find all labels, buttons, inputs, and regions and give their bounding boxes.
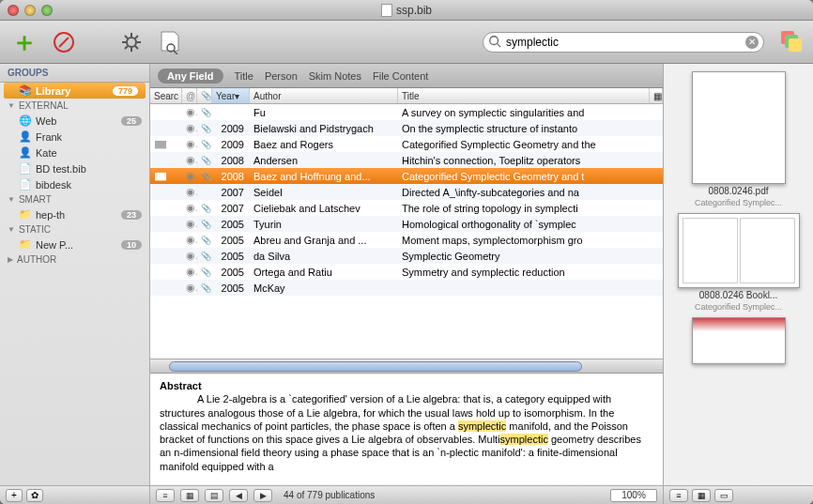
col-at[interactable]: @: [182, 88, 197, 103]
sidebar-item-hep-th[interactable]: 📁hep-th23: [0, 206, 149, 222]
scope-skim-notes[interactable]: Skim Notes: [309, 70, 361, 82]
title-cell: Homological orthogonality of `symplec: [398, 219, 663, 230]
table-row[interactable]: ▮▮▮◉📎2009Baez and RogersCategorified Sym…: [150, 136, 663, 152]
horizontal-scrollbar[interactable]: [150, 359, 663, 373]
type-cell: ◉: [182, 186, 197, 198]
search-scope-bar: Any FieldTitlePersonSkim NotesFile Conte…: [150, 64, 663, 88]
thumb-subtitle: Categorified Symplec...: [678, 302, 800, 312]
sidebar-item-label: bibdesk: [36, 179, 71, 191]
thumbnail[interactable]: [671, 317, 805, 364]
year-cell: 2009: [212, 123, 250, 134]
col-menu[interactable]: ▦: [650, 88, 663, 103]
view-list-button[interactable]: ≡: [156, 489, 175, 502]
preview-list-button[interactable]: ≡: [669, 489, 688, 502]
sidebar-item-label: hep-th: [36, 209, 65, 221]
attachment-cell: 📎: [197, 220, 212, 229]
year-cell: 2005: [212, 283, 250, 294]
table-row[interactable]: ▮▮▮◉📎2008Baez and Hoffnung and...Categor…: [150, 168, 663, 184]
attachment-cell: 📎: [197, 172, 212, 181]
view-grid-button[interactable]: ▦: [180, 489, 199, 502]
table-row[interactable]: ◉📎2007Cieliebak and LatschevThe role of …: [150, 200, 663, 216]
svg-line-5: [125, 36, 128, 38]
clear-search-button[interactable]: ✕: [745, 36, 759, 49]
sidebar-category-external[interactable]: ▼EXTERNAL: [0, 99, 149, 113]
author-cell: Tyurin: [250, 219, 398, 230]
title-cell: Symmetry and symplectic reduction: [398, 267, 663, 278]
svg-line-10: [174, 51, 177, 54]
title-cell: Hitchin's connection, Toeplitz operators: [398, 155, 663, 166]
disclosure-icon: ▼: [8, 101, 15, 110]
sidebar-item-web[interactable]: 🌐Web25: [0, 113, 149, 129]
nudge-left-button[interactable]: ◀: [229, 489, 248, 502]
scope-title[interactable]: Title: [235, 70, 253, 82]
search-input[interactable]: [483, 32, 764, 53]
table-row[interactable]: ◉2007SeidelDirected A_\infty-subcategori…: [150, 184, 663, 200]
preview-grid-button[interactable]: ▦: [692, 489, 711, 502]
titlebar[interactable]: ssp.bib: [0, 0, 813, 21]
type-cell: ◉: [182, 138, 197, 150]
year-cell: 2005: [212, 235, 250, 246]
sidebar-category-smart[interactable]: ▼SMART: [0, 192, 149, 206]
preview-cover-button[interactable]: ▭: [714, 489, 733, 502]
table-row[interactable]: ◉📎2009Bielawski and PidstrygachOn the sy…: [150, 120, 663, 136]
close-window-button[interactable]: [8, 5, 19, 16]
minimize-window-button[interactable]: [24, 5, 36, 16]
sidebar-item-kate[interactable]: 👤Kate: [0, 145, 149, 160]
svg-line-7: [135, 36, 138, 38]
thumb-title: 0808.0246.pdf: [709, 186, 769, 196]
sidebar-add-button[interactable]: +: [6, 489, 23, 502]
col-search[interactable]: Searc: [150, 88, 182, 103]
sidebar-action-button[interactable]: ✿: [26, 489, 43, 502]
type-cell: ◉: [182, 202, 197, 214]
col-attachment[interactable]: 📎: [197, 88, 212, 103]
table-body[interactable]: ◉📎FuA survey on symplectic singularities…: [150, 104, 663, 359]
preview-button[interactable]: [156, 27, 186, 57]
sidebar-header: GROUPS: [0, 64, 149, 83]
table-row[interactable]: ◉📎2005McKay: [150, 280, 663, 296]
table-row[interactable]: ◉📎2005da SilvaSymplectic Geometry: [150, 248, 663, 264]
delete-button[interactable]: [49, 27, 79, 57]
table-row[interactable]: ◉📎2005Ortega and RatiuSymmetry and sympl…: [150, 264, 663, 280]
sidebar-item-bd-test-bib[interactable]: 📄BD test.bib: [0, 160, 149, 176]
zoom-field[interactable]: 100%: [610, 489, 657, 502]
count-badge: 25: [121, 116, 142, 126]
attachment-cell: 📎: [197, 140, 212, 149]
doc-icon: [381, 4, 392, 17]
author-cell: Ortega and Ratiu: [250, 267, 398, 278]
sidebar-category-static[interactable]: ▼STATIC: [0, 222, 149, 237]
author-cell: Baez and Hoffnung and...: [250, 171, 398, 182]
table-row[interactable]: ◉📎2005Abreu and Granja and ...Moment map…: [150, 232, 663, 248]
sidebar-item-frank[interactable]: 👤Frank: [0, 129, 149, 145]
search-icon: [488, 35, 501, 48]
traffic-lights: [8, 5, 53, 16]
abstract-text: Abstract A Lie 2-algebra is a `categorif…: [150, 374, 663, 479]
table-row[interactable]: ◉📎2008AndersenHitchin's connection, Toep…: [150, 152, 663, 168]
view-detail-button[interactable]: ▤: [205, 489, 223, 502]
table-row[interactable]: ◉📎2005TyurinHomological orthogonality of…: [150, 216, 663, 232]
sidebar-item-label: BD test.bib: [36, 163, 86, 175]
add-button[interactable]: ＋: [9, 27, 39, 57]
scope-person[interactable]: Person: [265, 70, 298, 82]
scroll-thumb[interactable]: [169, 361, 582, 372]
sidebar-item-label: Frank: [36, 131, 62, 143]
zoom-window-button[interactable]: [41, 5, 53, 16]
nudge-right-button[interactable]: ▶: [253, 489, 272, 502]
action-menu-button[interactable]: [116, 27, 146, 57]
thumbnail[interactable]: 0808.0246.pdfCategorified Symplec...: [671, 71, 805, 207]
sidebar-item-bibdesk[interactable]: 📄bibdesk: [0, 176, 149, 192]
table-row[interactable]: ◉📎FuA survey on symplectic singularities…: [150, 104, 663, 120]
author-cell: da Silva: [250, 251, 398, 262]
col-year[interactable]: Year ▾: [212, 88, 250, 103]
scope-file-content[interactable]: File Content: [373, 70, 428, 82]
thumbnail[interactable]: 0808.0246 Bookl...Categorified Symplec..…: [671, 213, 805, 312]
preview-footer: ≡ ▦ ▭: [664, 485, 813, 504]
person-icon: 👤: [19, 130, 32, 143]
relevance-cell: ▮▮▮: [150, 138, 182, 150]
sidebar-item-library[interactable]: 📚 Library 779: [4, 83, 146, 99]
col-title[interactable]: Title: [398, 88, 650, 103]
sidebar-item-new-p-[interactable]: 📁New P...10: [0, 237, 149, 252]
scope-any-field[interactable]: Any Field: [158, 69, 223, 84]
col-author[interactable]: Author: [250, 88, 398, 103]
color-labels-button[interactable]: [781, 31, 804, 53]
sidebar-category-author[interactable]: ▶AUTHOR: [0, 252, 149, 267]
